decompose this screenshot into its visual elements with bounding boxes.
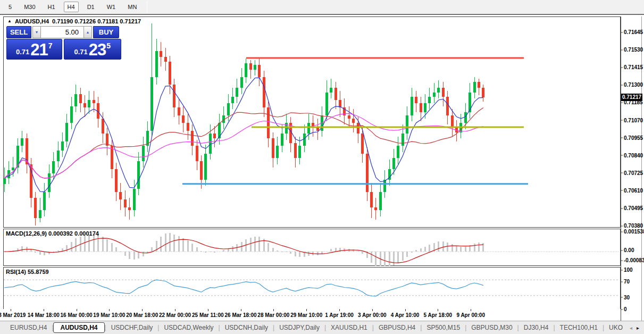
date-axis[interactable]: 13 Mar 201914 Mar 18:0016 Mar 00:0019 Ma…	[3, 309, 621, 321]
chart-tab-usdcnh-daily[interactable]: USDCNH,Daily	[220, 322, 273, 333]
volume-input[interactable]	[41, 26, 83, 38]
chart-tab-gbpusd-m30[interactable]: GBPUSD,M30	[466, 322, 517, 333]
price-tick-label: 0.70495	[624, 205, 643, 211]
date-tick	[339, 309, 340, 311]
tab-scroll-right-icon[interactable]: ▸	[634, 325, 641, 331]
volume-up-button[interactable]: ▲	[83, 26, 92, 38]
price-axis[interactable]: 0.71217 0.716450.715300.714150.713000.71…	[621, 16, 642, 321]
date-tick	[44, 309, 44, 311]
chart-tab-uko[interactable]: UKO	[604, 322, 628, 333]
timeframe-button-d1[interactable]: D1	[83, 2, 98, 12]
macd-indicator-label: MACD(12,26,9) 0.000392 0.000174	[6, 230, 99, 237]
timeframe-button-5[interactable]: 5	[5, 2, 15, 12]
price-tick-label: 0.70955	[624, 135, 643, 140]
sell-button[interactable]: SELL	[6, 26, 31, 38]
macd-tick-label: 0.001538	[624, 229, 644, 235]
timeframe-button-m30[interactable]: M30	[20, 2, 39, 12]
volume-down-icon: ▼	[35, 30, 39, 34]
price-tick-label: 0.71070	[624, 117, 643, 123]
date-tick	[438, 309, 438, 311]
price-tick-label: 0.70725	[624, 170, 643, 176]
chart-tab-bar: EURUSD,H4|AUDUSD,H4|USDCHF,Daily|USDCAD,…	[0, 321, 644, 334]
rsi-tick-label: 0	[624, 306, 627, 312]
bid-quote-panel[interactable]: 0.71 21 7	[6, 39, 62, 60]
chart-window: ▲ AUDUSD,H4 0.71190 0.71226 0.71181 0.71…	[0, 14, 644, 321]
chart-ohlc-values: 0.71190 0.71226 0.71181 0.71217	[52, 18, 141, 24]
chart-tab-xauusd-h1[interactable]: XAUUSD,H1	[326, 322, 372, 333]
macd-tick-label: -0.000835	[624, 257, 644, 263]
volume-down-button[interactable]: ▼	[32, 26, 41, 38]
ask-price-pip: 5	[106, 41, 111, 50]
timeframe-toolbar: 5M30H1H4D1W1MN	[0, 0, 644, 14]
volume-up-icon: ▲	[86, 30, 90, 34]
price-tick-label: 0.71530	[624, 47, 643, 53]
chart-tab-sp500-m15[interactable]: SP500,M15	[422, 322, 465, 333]
timeframe-button-h4[interactable]: H4	[64, 2, 79, 12]
collapse-panel-icon[interactable]: ▲	[7, 19, 12, 23]
ask-price-prefix: 0.71	[74, 48, 87, 56]
chart-tab-tech100-h1[interactable]: TECH100,H1	[555, 322, 603, 333]
toolbar-separator	[147, 1, 147, 13]
price-tick-label: 0.71645	[624, 29, 643, 35]
chart-header: ▲ AUDUSD,H4 0.71190 0.71226 0.71181 0.71…	[7, 18, 141, 24]
date-tick	[175, 309, 175, 311]
price-tick-label: 0.71300	[624, 82, 643, 88]
timeframe-button-mn[interactable]: MN	[124, 2, 140, 12]
date-tick	[405, 309, 406, 311]
chart-tab-usdjpy-daily[interactable]: USDJPY,Daily	[274, 322, 324, 333]
date-tick-label: 9 Apr 00:00	[449, 312, 492, 318]
price-tick-label: 0.70610	[624, 187, 643, 193]
bid-price-pip: 7	[48, 41, 53, 50]
chart-tab-usdcad-weekly[interactable]: USDCAD,Weekly	[159, 322, 218, 333]
rsi-tick-label: 100	[624, 267, 633, 273]
bid-price-prefix: 0.71	[16, 48, 29, 56]
macd-tick-label: 0.00	[624, 247, 634, 253]
mt4-terminal: 5M30H1H4D1W1MN ▲ AUDUSD,H4 0.71190 0.712…	[0, 0, 644, 334]
timeframe-button-h1[interactable]: H1	[44, 2, 59, 12]
chart-tab-dj30-h4[interactable]: DJ30,H4	[519, 322, 554, 333]
date-tick	[273, 309, 274, 311]
ask-price-big: 23	[89, 43, 106, 57]
price-tick-label: 0.71415	[624, 64, 643, 70]
chart-tab-usdchf-daily[interactable]: USDCHF,Daily	[106, 322, 158, 333]
rsi-indicator-label: RSI(14) 55.8759	[6, 269, 49, 275]
buy-button[interactable]: BUY	[93, 26, 119, 38]
chart-tab-eurusd-h4[interactable]: EURUSD,H4	[5, 322, 52, 333]
date-tick	[241, 309, 241, 311]
date-tick	[208, 309, 208, 311]
chart-symbol-title: AUDUSD,H4	[15, 18, 49, 24]
timeframe-button-w1[interactable]: W1	[103, 2, 120, 12]
ask-quote-panel[interactable]: 0.71 23 5	[64, 39, 121, 60]
date-tick	[109, 309, 110, 311]
one-click-trading-panel: SELL ▼ ▲ BUY 0.71 21 7 0.71 23	[6, 26, 121, 60]
date-tick	[306, 309, 307, 311]
date-tick	[372, 309, 373, 311]
chart-tab-audusd-h4[interactable]: AUDUSD,H4	[53, 322, 104, 333]
price-tick-label: 0.70840	[624, 152, 643, 158]
date-tick	[77, 309, 77, 311]
date-tick	[471, 309, 471, 311]
date-tick	[11, 309, 11, 311]
price-tick-label: 0.71185	[624, 99, 643, 105]
rsi-tick-label: 70	[624, 279, 630, 285]
rsi-panel[interactable]	[3, 267, 621, 310]
date-tick	[142, 309, 143, 311]
chart-tab-gbpusd-h4[interactable]: GBPUSD,H4	[374, 322, 420, 333]
price-tick-label: 0.70380	[624, 223, 643, 229]
bid-price-big: 21	[30, 43, 47, 57]
tab-scroll-left-icon[interactable]: ◂	[628, 325, 634, 331]
rsi-tick-label: 30	[624, 294, 630, 300]
